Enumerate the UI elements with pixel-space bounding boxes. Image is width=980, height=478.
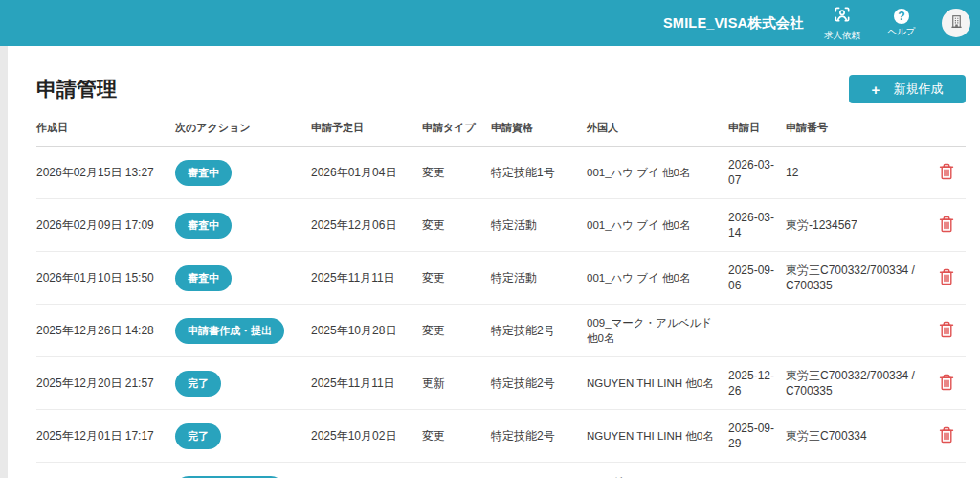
cell-planned-date: 2025年11月11日	[311, 376, 422, 392]
cell-foreigner: 001_ハウ ブイ 他0名	[587, 165, 728, 180]
cell-type: 更新	[422, 376, 491, 392]
trash-icon	[939, 216, 954, 236]
cell-number: 東労三C700332/700334 / C700335	[786, 262, 927, 295]
status-badge[interactable]: 審査中	[175, 265, 232, 291]
company-name: SMILE_VISA株式会社	[663, 14, 804, 33]
column-header-planned-date: 申請予定日	[311, 121, 422, 135]
table-row[interactable]: 2025年12月01日 17:17 完了 2025年10月02日 変更 特定技能…	[36, 410, 966, 463]
cell-created-date: 2026年01月10日 15:50	[36, 270, 175, 286]
cell-foreigner: 001_ハウ ブイ 他0名	[587, 270, 728, 285]
cell-planned-date: 2026年01月04日	[311, 165, 422, 181]
cell-number: 東労三C700332/700334 / C700335	[786, 368, 927, 400]
cell-foreigner: NGUYEN THI LINH 他0名	[587, 428, 728, 444]
cell-foreigner: 005_グェン ティ ニャ 他0名	[587, 474, 728, 478]
trash-icon	[939, 321, 954, 341]
table-header-row: 作成日 次のアクション 申請予定日 申請タイプ 申請資格 外国人 申請日 申請番…	[36, 121, 966, 147]
cell-created-date: 2025年12月01日 17:17	[36, 428, 175, 444]
cell-next-action: 審査中	[175, 160, 311, 186]
cell-qualification: 特定技能2号	[491, 323, 587, 339]
table-row[interactable]: 2026年01月10日 15:50 審査中 2025年11月11日 変更 特定活…	[36, 252, 966, 305]
create-new-button[interactable]: + 新規作成	[849, 75, 966, 103]
table-row[interactable]: 2026年02月09日 17:09 審査中 2025年12月06日 変更 特定活…	[36, 199, 966, 252]
table-row[interactable]: 2025年11月26日 21:18 申請書作成・提出 2025年10月02日 更…	[36, 463, 966, 478]
cell-number: 東労-1234567	[786, 217, 927, 234]
cell-type: 変更	[422, 323, 491, 339]
cell-created-date: 2025年12月20日 21:57	[36, 376, 175, 392]
cell-type: 変更	[422, 428, 491, 444]
cell-applied-date: 2025-09-06	[728, 262, 786, 295]
status-badge[interactable]: 完了	[175, 423, 221, 449]
cell-type: 変更	[422, 217, 491, 234]
status-badge[interactable]: 申請書作成・提出	[175, 318, 284, 344]
help-label: ヘルプ	[887, 26, 915, 38]
status-badge[interactable]: 審査中	[175, 213, 232, 239]
column-header-created: 作成日	[36, 121, 175, 135]
cell-foreigner: NGUYEN THI LINH 他0名	[587, 376, 728, 391]
column-header-foreigner: 外国人	[587, 121, 728, 135]
application-management-panel: 申請管理 + 新規作成 作成日 次のアクション 申請予定日 申請タイプ 申請資格…	[8, 46, 980, 478]
table-row[interactable]: 2026年02月15日 13:27 審査中 2026年01月04日 変更 特定技…	[36, 147, 966, 199]
trash-icon	[939, 374, 954, 394]
cell-qualification: 特定活動	[491, 270, 587, 286]
cell-applied-date: 2025-09-29	[728, 421, 786, 453]
top-header-bar: SMILE_VISA株式会社 求人依頼 ? ヘルプ	[0, 0, 980, 46]
account-avatar[interactable]	[942, 9, 970, 37]
help-button[interactable]: ? ヘルプ	[880, 9, 923, 38]
plus-icon: +	[872, 82, 880, 97]
cell-qualification: 特定活動	[491, 217, 587, 234]
cell-next-action: 審査中	[175, 265, 311, 291]
cell-created-date: 2025年12月26日 14:28	[36, 323, 175, 339]
cell-foreigner: 001_ハウ ブイ 他0名	[587, 217, 728, 233]
column-header-applied-date: 申請日	[728, 121, 786, 135]
cell-created-date: 2026年02月09日 17:09	[36, 217, 175, 234]
delete-button[interactable]	[936, 265, 957, 291]
column-header-qualification: 申請資格	[491, 121, 587, 135]
job-request-icon	[833, 5, 852, 28]
table-row[interactable]: 2025年12月20日 21:57 完了 2025年11月11日 更新 特定技能…	[36, 357, 966, 410]
table-row[interactable]: 2025年12月26日 14:28 申請書作成・提出 2025年10月28日 変…	[36, 305, 966, 357]
trash-icon	[939, 426, 954, 446]
column-header-type: 申請タイプ	[422, 121, 491, 135]
cell-next-action: 申請書作成・提出	[175, 318, 311, 344]
create-new-label: 新規作成	[893, 80, 943, 98]
applications-table: 作成日 次のアクション 申請予定日 申請タイプ 申請資格 外国人 申請日 申請番…	[36, 121, 966, 478]
cell-next-action: 完了	[175, 371, 311, 397]
column-header-number: 申請番号	[786, 121, 927, 135]
cell-planned-date: 2025年12月06日	[311, 217, 422, 234]
cell-created-date: 2026年02月15日 13:27	[36, 165, 175, 181]
cell-qualification: 特定技能1号	[491, 165, 587, 181]
job-request-label: 求人依頼	[824, 30, 860, 42]
trash-icon	[939, 163, 954, 183]
cell-next-action: 完了	[175, 423, 311, 449]
help-icon: ?	[894, 9, 909, 24]
delete-button[interactable]	[936, 213, 957, 239]
cell-type: 変更	[422, 270, 491, 286]
cell-number: 12	[786, 165, 927, 181]
status-badge[interactable]: 完了	[175, 371, 221, 397]
table-body: 2026年02月15日 13:27 審査中 2026年01月04日 変更 特定技…	[36, 147, 966, 478]
building-icon	[949, 14, 964, 33]
delete-button[interactable]	[936, 318, 957, 344]
cell-applied-date: 2025-12-26	[728, 368, 786, 400]
cell-number: 東労三C700334	[786, 428, 927, 444]
cell-type: 変更	[422, 165, 491, 181]
cell-qualification: 特定技能2号	[491, 428, 587, 444]
cell-applied-date: 2026-03-07	[728, 157, 786, 190]
page-title: 申請管理	[36, 76, 117, 102]
status-badge[interactable]: 審査中	[175, 160, 232, 186]
cell-planned-date: 2025年11月11日	[311, 270, 422, 286]
job-request-button[interactable]: 求人依頼	[821, 5, 863, 42]
delete-button[interactable]	[936, 423, 957, 449]
cell-planned-date: 2025年10月02日	[311, 428, 422, 444]
page-head: 申請管理 + 新規作成	[36, 46, 966, 121]
delete-button[interactable]	[936, 371, 957, 397]
column-header-next-action: 次のアクション	[175, 121, 311, 135]
cell-applied-date: 2026-03-14	[728, 210, 786, 242]
cell-planned-date: 2025年10月28日	[311, 323, 422, 339]
cell-qualification: 特定技能2号	[491, 376, 587, 392]
cell-next-action: 審査中	[175, 213, 311, 239]
cell-foreigner: 009_マーク・アルベルド 他0名	[587, 315, 728, 346]
trash-icon	[939, 268, 954, 288]
delete-button[interactable]	[936, 160, 957, 186]
